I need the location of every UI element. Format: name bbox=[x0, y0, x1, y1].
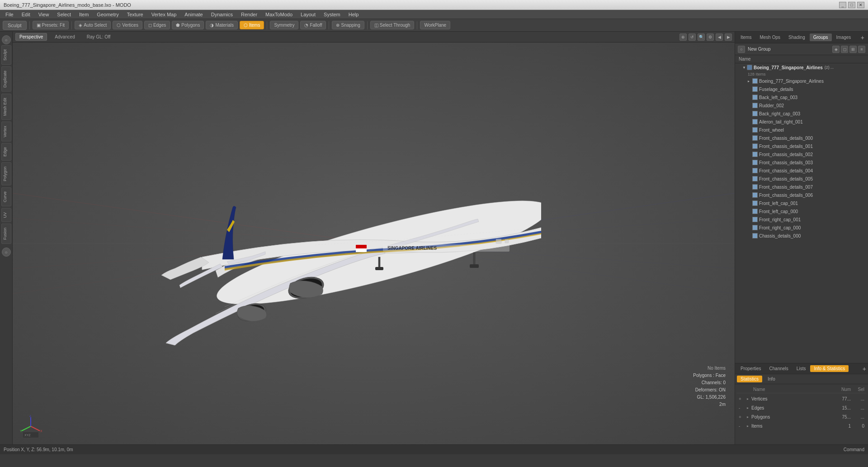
viewport-icon-settings[interactable]: ⚙ bbox=[707, 33, 714, 41]
item-checkbox[interactable] bbox=[752, 111, 758, 116]
edges-button[interactable]: ◻ Edges bbox=[144, 21, 170, 29]
panel-add-button[interactable]: + bbox=[859, 34, 866, 41]
tab-images[interactable]: Images bbox=[833, 33, 855, 41]
menu-view[interactable]: View bbox=[35, 11, 53, 18]
item-checkbox[interactable] bbox=[752, 225, 758, 230]
tree-item-front-left-000[interactable]: Front_left_cap_000 bbox=[735, 207, 868, 215]
sidebar-tab-uv[interactable]: UV bbox=[1, 208, 11, 222]
menu-texture[interactable]: Texture bbox=[123, 11, 147, 18]
viewport-tab-advanced[interactable]: Advanced bbox=[51, 33, 79, 41]
item-checkbox[interactable] bbox=[752, 78, 758, 84]
item-arrow[interactable]: ▸ bbox=[748, 79, 752, 83]
groups-tree[interactable]: ▼ Boeing_777_Singapore_Airlines (2) ... … bbox=[735, 63, 868, 363]
tree-root-item[interactable]: ▼ Boeing_777_Singapore_Airlines (2) ... bbox=[735, 63, 868, 71]
symmetry-button[interactable]: Symmetry bbox=[270, 21, 298, 29]
tree-item-back-right[interactable]: Back_right_cap_003 bbox=[735, 110, 868, 118]
sidebar-tab-mesh-edit[interactable]: Mesh Edit bbox=[1, 94, 11, 120]
stat-arrow-polygons[interactable]: ▸ bbox=[747, 415, 751, 419]
stat-row-items[interactable]: - ▸ Items 1 0 bbox=[737, 421, 866, 430]
sidebar-tab-polygon[interactable]: Polygon bbox=[1, 162, 11, 186]
ng-icon-b[interactable]: ◻ bbox=[841, 46, 848, 53]
item-checkbox[interactable] bbox=[752, 200, 758, 206]
tab-items[interactable]: Items bbox=[737, 33, 755, 41]
sidebar-circle-bottom[interactable]: ○ bbox=[2, 248, 11, 257]
btab-add[interactable]: + bbox=[863, 365, 866, 372]
menu-maxtomodo[interactable]: MaxToModo bbox=[262, 11, 296, 18]
workplane-button[interactable]: WorkPlane bbox=[420, 21, 450, 29]
item-checkbox[interactable] bbox=[752, 135, 758, 141]
tree-item-boeing[interactable]: ▸ Boeing_777_Singapore_Airlines bbox=[735, 77, 868, 85]
sidebar-tab-sculpt[interactable]: Sculpt bbox=[1, 45, 11, 65]
falloff-button[interactable]: ◔ Falloff bbox=[300, 21, 326, 29]
sculpt-mode-button[interactable]: Sculpt bbox=[3, 21, 27, 30]
menu-help[interactable]: Help bbox=[345, 11, 363, 18]
close-button[interactable]: ✕ bbox=[857, 2, 864, 8]
tree-item-aileron[interactable]: Aileron_tail_right_001 bbox=[735, 118, 868, 126]
subtab-info[interactable]: Info bbox=[764, 376, 779, 382]
item-checkbox[interactable] bbox=[752, 209, 758, 214]
sidebar-tab-curve[interactable]: Curve bbox=[1, 187, 11, 206]
btab-lists[interactable]: Lists bbox=[793, 365, 810, 372]
menu-item[interactable]: Item bbox=[75, 11, 92, 18]
tree-item-front-right-000[interactable]: Front_right_cap_000 bbox=[735, 224, 868, 232]
item-checkbox[interactable] bbox=[752, 95, 758, 100]
stat-arrow-edges[interactable]: ▸ bbox=[747, 406, 751, 410]
materials-button[interactable]: ◑ Materials bbox=[206, 21, 238, 29]
item-checkbox[interactable] bbox=[752, 127, 758, 133]
stat-arrow-items[interactable]: ▸ bbox=[747, 424, 751, 428]
menu-select[interactable]: Select bbox=[53, 11, 75, 18]
tree-item-front-right-001[interactable]: Front_right_cap_001 bbox=[735, 215, 868, 224]
auto-select-button[interactable]: ◈ Auto Select bbox=[75, 21, 111, 29]
root-arrow[interactable]: ▼ bbox=[742, 66, 747, 70]
stat-plus-vertices[interactable]: + bbox=[739, 396, 744, 401]
stat-minus-edges[interactable]: - bbox=[739, 405, 744, 410]
tree-item-chassis-details-000[interactable]: Chassis_details_000 bbox=[735, 232, 868, 240]
tree-item-rudder[interactable]: Rudder_002 bbox=[735, 101, 868, 110]
viewport-icon-refresh[interactable]: ↺ bbox=[689, 33, 696, 41]
item-checkbox[interactable] bbox=[752, 160, 758, 165]
btab-info-statistics[interactable]: Info & Statistics bbox=[810, 365, 849, 372]
items-button[interactable]: ⬡ Items bbox=[240, 21, 264, 29]
ng-icon-d[interactable]: ≡ bbox=[858, 46, 865, 53]
menu-geometry[interactable]: Geometry bbox=[93, 11, 122, 18]
item-checkbox[interactable] bbox=[752, 143, 758, 149]
tree-item-back-left[interactable]: Back_left_cap_003 bbox=[735, 93, 868, 101]
menu-edit[interactable]: Edit bbox=[18, 11, 34, 18]
sidebar-tab-duplicate[interactable]: Duplicate bbox=[1, 67, 11, 92]
viewport[interactable]: Perspective Advanced Ray GL: Off ⊕ ↺ 🔍 ⚙… bbox=[13, 32, 735, 444]
viewport-icon-prev[interactable]: ◀ bbox=[716, 33, 723, 41]
item-checkbox[interactable] bbox=[752, 152, 758, 157]
stat-arrow-vertices[interactable]: ▸ bbox=[747, 397, 751, 401]
item-checkbox[interactable] bbox=[752, 103, 758, 108]
tab-mesh-ops[interactable]: Mesh Ops bbox=[756, 33, 784, 41]
viewport-ray-gl[interactable]: Ray GL: Off bbox=[83, 33, 115, 41]
sidebar-tab-edge[interactable]: Edge bbox=[1, 143, 11, 161]
viewport-icon-crosshair[interactable]: ⊕ bbox=[679, 33, 687, 41]
item-checkbox[interactable] bbox=[752, 233, 758, 238]
select-through-button[interactable]: ◫ Select Through bbox=[370, 21, 415, 29]
tree-item-chassis-002[interactable]: Front_chassis_details_002 bbox=[735, 150, 868, 158]
viewport-canvas[interactable]: SINGAPORE AIRLINES bbox=[13, 43, 735, 444]
sidebar-tab-vertex[interactable]: Vertex bbox=[1, 122, 11, 142]
tree-item-fuselage[interactable]: Fuselage_details bbox=[735, 85, 868, 93]
ng-icon-a[interactable]: ◈ bbox=[832, 46, 840, 53]
item-checkbox[interactable] bbox=[752, 119, 758, 124]
sidebar-circle-top[interactable]: ○ bbox=[2, 35, 11, 44]
maximize-button[interactable]: □ bbox=[848, 2, 855, 8]
new-group-icon-1[interactable]: ○ bbox=[738, 46, 745, 53]
stat-row-edges[interactable]: - ▸ Edges 15... ... bbox=[737, 403, 866, 412]
menu-system[interactable]: System bbox=[320, 11, 344, 18]
minimize-button[interactable]: _ bbox=[839, 2, 846, 8]
tab-shading[interactable]: Shading bbox=[785, 33, 809, 41]
tree-item-front-wheel[interactable]: Front_wheel bbox=[735, 126, 868, 134]
item-checkbox[interactable] bbox=[752, 176, 758, 181]
tree-item-chassis-006[interactable]: Front_chassis_details_006 bbox=[735, 191, 868, 199]
tree-item-front-left-001[interactable]: Front_left_cap_001 bbox=[735, 199, 868, 207]
vertices-button[interactable]: ⬡ Vertices bbox=[113, 21, 142, 29]
polygons-button[interactable]: ⬟ Polygons bbox=[172, 21, 204, 29]
sidebar-tab-fusion[interactable]: Fusion bbox=[1, 224, 11, 244]
menu-vertex-map[interactable]: Vertex Map bbox=[148, 11, 180, 18]
menu-file[interactable]: File bbox=[2, 11, 17, 18]
stat-row-polygons[interactable]: + ▸ Polygons 75... ... bbox=[737, 412, 866, 421]
tree-item-chassis-007[interactable]: Front_chassis_details_007 bbox=[735, 183, 868, 191]
